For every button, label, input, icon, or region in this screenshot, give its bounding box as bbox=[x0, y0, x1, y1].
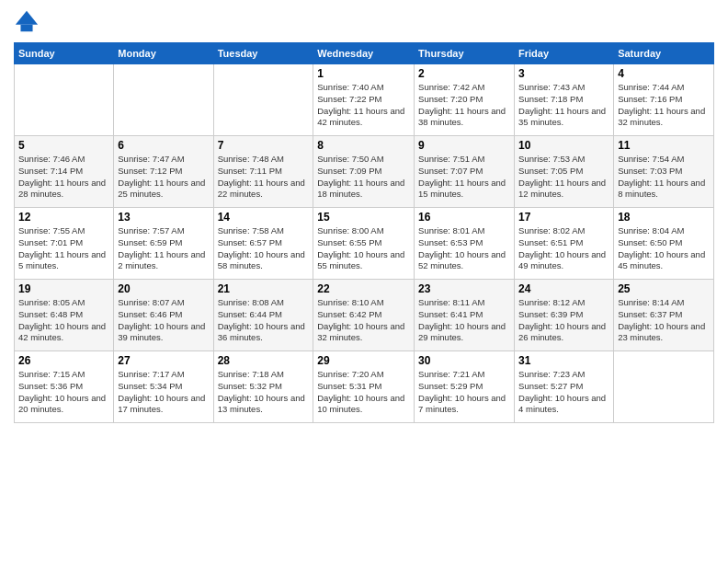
calendar-cell: 30Sunrise: 7:21 AM Sunset: 5:29 PM Dayli… bbox=[415, 351, 515, 423]
day-number: 22 bbox=[317, 282, 410, 295]
calendar-header-monday: Monday bbox=[114, 43, 213, 64]
day-info: Sunrise: 7:58 AM Sunset: 6:57 PM Dayligh… bbox=[218, 225, 310, 272]
calendar-header-saturday: Saturday bbox=[614, 43, 714, 64]
day-number: 11 bbox=[618, 139, 710, 152]
day-info: Sunrise: 8:07 AM Sunset: 6:46 PM Dayligh… bbox=[118, 297, 209, 344]
day-number: 31 bbox=[518, 354, 609, 367]
day-number: 10 bbox=[518, 139, 609, 152]
day-number: 7 bbox=[218, 139, 310, 152]
day-number: 6 bbox=[118, 139, 209, 152]
calendar-cell: 18Sunrise: 8:04 AM Sunset: 6:50 PM Dayli… bbox=[614, 208, 714, 280]
calendar-cell bbox=[213, 64, 313, 136]
day-info: Sunrise: 8:10 AM Sunset: 6:42 PM Dayligh… bbox=[317, 297, 410, 344]
day-number: 9 bbox=[418, 139, 510, 152]
calendar-header-wednesday: Wednesday bbox=[313, 43, 415, 64]
day-number: 28 bbox=[218, 354, 310, 367]
calendar-cell: 14Sunrise: 7:58 AM Sunset: 6:57 PM Dayli… bbox=[213, 208, 313, 280]
calendar-cell: 8Sunrise: 7:50 AM Sunset: 7:09 PM Daylig… bbox=[313, 136, 415, 208]
calendar-cell: 9Sunrise: 7:51 AM Sunset: 7:07 PM Daylig… bbox=[415, 136, 515, 208]
calendar-week-3: 12Sunrise: 7:55 AM Sunset: 7:01 PM Dayli… bbox=[15, 208, 714, 280]
day-number: 15 bbox=[317, 211, 410, 224]
day-info: Sunrise: 7:57 AM Sunset: 6:59 PM Dayligh… bbox=[118, 225, 209, 272]
calendar-header-friday: Friday bbox=[515, 43, 614, 64]
day-info: Sunrise: 7:15 AM Sunset: 5:36 PM Dayligh… bbox=[18, 369, 109, 416]
day-number: 30 bbox=[418, 354, 510, 367]
calendar-cell: 2Sunrise: 7:42 AM Sunset: 7:20 PM Daylig… bbox=[415, 64, 515, 136]
day-info: Sunrise: 7:54 AM Sunset: 7:03 PM Dayligh… bbox=[618, 154, 710, 201]
day-info: Sunrise: 8:04 AM Sunset: 6:50 PM Dayligh… bbox=[618, 225, 710, 272]
day-info: Sunrise: 7:17 AM Sunset: 5:34 PM Dayligh… bbox=[118, 369, 209, 416]
day-info: Sunrise: 7:42 AM Sunset: 7:20 PM Dayligh… bbox=[418, 82, 510, 129]
calendar-cell: 12Sunrise: 7:55 AM Sunset: 7:01 PM Dayli… bbox=[15, 208, 114, 280]
day-number: 21 bbox=[218, 282, 310, 295]
logo bbox=[14, 9, 43, 35]
calendar-cell: 24Sunrise: 8:12 AM Sunset: 6:39 PM Dayli… bbox=[515, 280, 614, 351]
calendar-cell: 28Sunrise: 7:18 AM Sunset: 5:32 PM Dayli… bbox=[213, 351, 313, 423]
calendar-week-1: 1Sunrise: 7:40 AM Sunset: 7:22 PM Daylig… bbox=[15, 64, 714, 136]
day-number: 17 bbox=[518, 211, 609, 224]
calendar-week-2: 5Sunrise: 7:46 AM Sunset: 7:14 PM Daylig… bbox=[15, 136, 714, 208]
day-number: 19 bbox=[18, 282, 109, 295]
calendar-table: SundayMondayTuesdayWednesdayThursdayFrid… bbox=[14, 42, 714, 423]
day-number: 5 bbox=[18, 139, 109, 152]
calendar-cell: 11Sunrise: 7:54 AM Sunset: 7:03 PM Dayli… bbox=[614, 136, 714, 208]
calendar-cell: 23Sunrise: 8:11 AM Sunset: 6:41 PM Dayli… bbox=[415, 280, 515, 351]
day-info: Sunrise: 8:02 AM Sunset: 6:51 PM Dayligh… bbox=[518, 225, 609, 272]
day-number: 26 bbox=[18, 354, 109, 367]
day-number: 8 bbox=[317, 139, 410, 152]
calendar-header-tuesday: Tuesday bbox=[213, 43, 313, 64]
calendar-cell bbox=[614, 351, 714, 423]
calendar-cell: 17Sunrise: 8:02 AM Sunset: 6:51 PM Dayli… bbox=[515, 208, 614, 280]
day-number: 13 bbox=[118, 211, 209, 224]
calendar-week-4: 19Sunrise: 8:05 AM Sunset: 6:48 PM Dayli… bbox=[15, 280, 714, 351]
day-info: Sunrise: 8:14 AM Sunset: 6:37 PM Dayligh… bbox=[618, 297, 710, 344]
calendar-cell bbox=[114, 64, 213, 136]
day-info: Sunrise: 7:40 AM Sunset: 7:22 PM Dayligh… bbox=[317, 82, 410, 129]
calendar-cell: 5Sunrise: 7:46 AM Sunset: 7:14 PM Daylig… bbox=[15, 136, 114, 208]
day-number: 12 bbox=[18, 211, 109, 224]
calendar-cell: 6Sunrise: 7:47 AM Sunset: 7:12 PM Daylig… bbox=[114, 136, 213, 208]
day-info: Sunrise: 8:00 AM Sunset: 6:55 PM Dayligh… bbox=[317, 225, 410, 272]
day-info: Sunrise: 7:48 AM Sunset: 7:11 PM Dayligh… bbox=[218, 154, 310, 201]
day-number: 4 bbox=[618, 67, 710, 80]
day-number: 1 bbox=[317, 67, 410, 80]
calendar-cell: 27Sunrise: 7:17 AM Sunset: 5:34 PM Dayli… bbox=[114, 351, 213, 423]
svg-rect-1 bbox=[20, 25, 32, 31]
calendar-cell bbox=[15, 64, 114, 136]
day-info: Sunrise: 7:23 AM Sunset: 5:27 PM Dayligh… bbox=[518, 369, 609, 416]
calendar-cell: 3Sunrise: 7:43 AM Sunset: 7:18 PM Daylig… bbox=[515, 64, 614, 136]
day-info: Sunrise: 7:47 AM Sunset: 7:12 PM Dayligh… bbox=[118, 154, 209, 201]
calendar-header-thursday: Thursday bbox=[415, 43, 515, 64]
day-number: 14 bbox=[218, 211, 310, 224]
day-number: 3 bbox=[518, 67, 609, 80]
calendar-cell: 13Sunrise: 7:57 AM Sunset: 6:59 PM Dayli… bbox=[114, 208, 213, 280]
day-info: Sunrise: 7:44 AM Sunset: 7:16 PM Dayligh… bbox=[618, 82, 710, 129]
day-number: 24 bbox=[518, 282, 609, 295]
day-info: Sunrise: 7:53 AM Sunset: 7:05 PM Dayligh… bbox=[518, 154, 609, 201]
calendar-cell: 7Sunrise: 7:48 AM Sunset: 7:11 PM Daylig… bbox=[213, 136, 313, 208]
calendar-header-sunday: Sunday bbox=[15, 43, 114, 64]
day-number: 27 bbox=[118, 354, 209, 367]
calendar-cell: 19Sunrise: 8:05 AM Sunset: 6:48 PM Dayli… bbox=[15, 280, 114, 351]
page-header bbox=[14, 9, 714, 35]
day-info: Sunrise: 7:55 AM Sunset: 7:01 PM Dayligh… bbox=[18, 225, 109, 272]
day-number: 29 bbox=[317, 354, 410, 367]
day-info: Sunrise: 8:01 AM Sunset: 6:53 PM Dayligh… bbox=[418, 225, 510, 272]
day-info: Sunrise: 7:43 AM Sunset: 7:18 PM Dayligh… bbox=[518, 82, 609, 129]
day-info: Sunrise: 8:05 AM Sunset: 6:48 PM Dayligh… bbox=[18, 297, 109, 344]
calendar-cell: 16Sunrise: 8:01 AM Sunset: 6:53 PM Dayli… bbox=[415, 208, 515, 280]
day-info: Sunrise: 7:46 AM Sunset: 7:14 PM Dayligh… bbox=[18, 154, 109, 201]
day-info: Sunrise: 8:08 AM Sunset: 6:44 PM Dayligh… bbox=[218, 297, 310, 344]
day-info: Sunrise: 7:20 AM Sunset: 5:31 PM Dayligh… bbox=[317, 369, 410, 416]
logo-icon bbox=[14, 9, 40, 35]
day-info: Sunrise: 7:50 AM Sunset: 7:09 PM Dayligh… bbox=[317, 154, 410, 201]
calendar-cell: 31Sunrise: 7:23 AM Sunset: 5:27 PM Dayli… bbox=[515, 351, 614, 423]
day-info: Sunrise: 7:51 AM Sunset: 7:07 PM Dayligh… bbox=[418, 154, 510, 201]
calendar-header-row: SundayMondayTuesdayWednesdayThursdayFrid… bbox=[15, 43, 714, 64]
calendar-week-5: 26Sunrise: 7:15 AM Sunset: 5:36 PM Dayli… bbox=[15, 351, 714, 423]
day-number: 20 bbox=[118, 282, 209, 295]
calendar-cell: 29Sunrise: 7:20 AM Sunset: 5:31 PM Dayli… bbox=[313, 351, 415, 423]
calendar-cell: 10Sunrise: 7:53 AM Sunset: 7:05 PM Dayli… bbox=[515, 136, 614, 208]
calendar-cell: 25Sunrise: 8:14 AM Sunset: 6:37 PM Dayli… bbox=[614, 280, 714, 351]
day-number: 25 bbox=[618, 282, 710, 295]
